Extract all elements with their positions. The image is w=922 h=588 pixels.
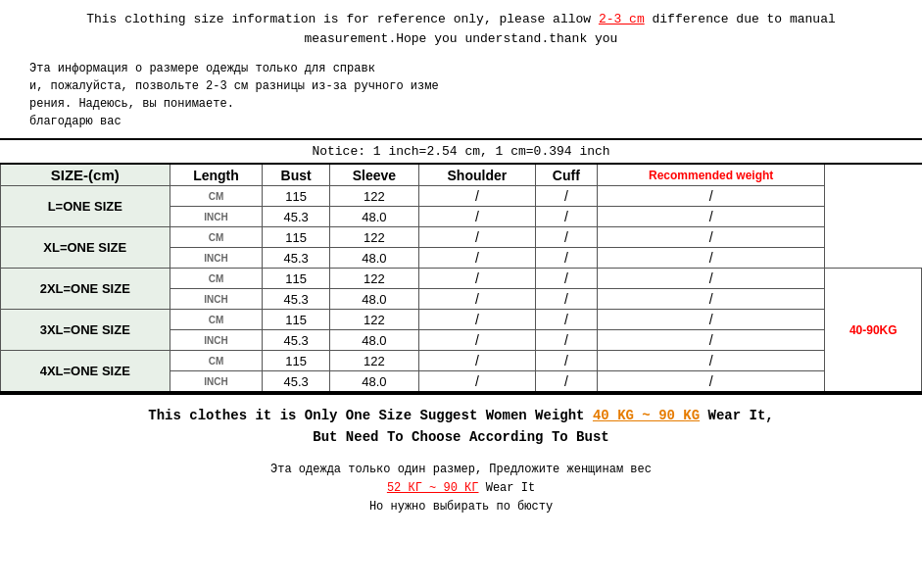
unit-inch: INCH xyxy=(170,248,263,269)
shoulder-inch: / xyxy=(535,371,597,393)
length-cm: 115 xyxy=(263,310,329,330)
length-inch: 45.3 xyxy=(263,248,329,269)
cuff-inch: / xyxy=(597,248,825,269)
sleeve-inch: / xyxy=(418,248,535,269)
cuff-inch: / xyxy=(597,330,825,351)
russian-line3: рения. Надеюсь, вы понимаете. xyxy=(29,97,234,111)
size-cell: L=ONE SIZE xyxy=(1,186,170,227)
length-cm: 115 xyxy=(263,227,329,248)
size-cell: XL=ONE SIZE xyxy=(1,227,170,269)
cuff-cm: / xyxy=(597,269,825,289)
bust-cm: 122 xyxy=(329,310,418,330)
length-inch: 45.3 xyxy=(263,330,329,351)
conversion-text: Notice: 1 inch=2.54 cm, 1 cm=0.394 inch xyxy=(312,144,609,159)
sleeve-inch: / xyxy=(418,330,535,351)
unit-inch: INCH xyxy=(170,330,263,351)
header-cuff: Cuff xyxy=(535,164,597,186)
bottom-notice: This clothes it is Only One Size Suggest… xyxy=(0,393,922,455)
cuff-inch: / xyxy=(597,289,825,310)
bottom-orange-text: 40 KG ~ 90 KG xyxy=(593,408,700,423)
cuff-inch: / xyxy=(597,371,825,393)
russian-line1: Эта информация о размере одежды только д… xyxy=(29,62,375,75)
unit-cm: CM xyxy=(170,351,263,371)
russian-line4: благодарю вас xyxy=(29,115,121,128)
size-cell: 3XL=ONE SIZE xyxy=(1,310,170,351)
notice-red-text: 2-3 cm xyxy=(599,12,645,26)
bottom-line2: But Need To Choose According To Bust xyxy=(313,429,608,445)
header-sleeve: Sleeve xyxy=(329,164,418,186)
cuff-cm: / xyxy=(597,227,825,248)
sleeve-inch: / xyxy=(418,207,535,227)
size-cell: 2XL=ONE SIZE xyxy=(1,269,170,310)
bust-inch: 48.0 xyxy=(329,289,418,310)
unit-inch: INCH xyxy=(170,207,263,227)
bust-inch: 48.0 xyxy=(329,207,418,227)
size-table: SIZE-(cm) Length Bust Sleeve Shoulder Cu… xyxy=(0,163,922,393)
cuff-inch: / xyxy=(597,207,825,227)
sleeve-cm: / xyxy=(418,186,535,207)
length-cm: 115 xyxy=(263,351,329,371)
shoulder-inch: / xyxy=(535,248,597,269)
shoulder-cm: / xyxy=(535,269,597,289)
cuff-cm: / xyxy=(597,310,825,330)
unit-cm: CM xyxy=(170,269,263,289)
russian-line2: и, пожалуйста, позвольте 2-3 см разницы … xyxy=(29,79,439,93)
length-cm: 115 xyxy=(263,269,329,289)
shoulder-inch: / xyxy=(535,330,597,351)
table-row: 2XL=ONE SIZECM115122///40-90KG xyxy=(1,269,922,289)
cuff-cm: / xyxy=(597,186,825,207)
bottom-russian-line1: Эта одежда только один размер, Предложит… xyxy=(270,463,652,476)
bottom-russian-line3: Но нужно выбирать по бюсту xyxy=(369,500,553,514)
header-bust: Bust xyxy=(263,164,329,186)
shoulder-cm: / xyxy=(535,351,597,371)
table-row: L=ONE SIZECM115122/// xyxy=(1,186,922,207)
top-notice: This clothing size information is for re… xyxy=(0,0,922,54)
sleeve-cm: / xyxy=(418,227,535,248)
cuff-cm: / xyxy=(597,351,825,371)
length-inch: 45.3 xyxy=(263,207,329,227)
bottom-line1-after: Wear It, xyxy=(700,408,774,423)
recommended-cell: 40-90KG xyxy=(825,269,922,393)
sleeve-cm: / xyxy=(418,351,535,371)
bust-cm: 122 xyxy=(329,269,418,289)
length-inch: 45.3 xyxy=(263,371,329,393)
length-inch: 45.3 xyxy=(263,289,329,310)
shoulder-inch: / xyxy=(535,289,597,310)
bottom-line1-before: This clothes it is Only One Size Suggest… xyxy=(148,408,593,423)
unit-cm: CM xyxy=(170,186,263,207)
bottom-russian-red: 52 КГ ~ 90 КГ xyxy=(387,481,479,495)
shoulder-cm: / xyxy=(535,186,597,207)
header-recommended: Recommended weight xyxy=(597,164,825,186)
bust-cm: 122 xyxy=(329,186,418,207)
bust-inch: 48.0 xyxy=(329,248,418,269)
bust-cm: 122 xyxy=(329,351,418,371)
unit-cm: CM xyxy=(170,227,263,248)
size-cell: 4XL=ONE SIZE xyxy=(1,351,170,393)
bottom-russian: Эта одежда только один размер, Предложит… xyxy=(0,455,922,527)
notice-text-before: This clothing size information is for re… xyxy=(86,12,599,26)
bust-inch: 48.0 xyxy=(329,330,418,351)
table-row: 4XL=ONE SIZECM115122/// xyxy=(1,351,922,371)
sleeve-inch: / xyxy=(418,371,535,393)
shoulder-inch: / xyxy=(535,207,597,227)
shoulder-cm: / xyxy=(535,310,597,330)
unit-inch: INCH xyxy=(170,289,263,310)
bust-cm: 122 xyxy=(329,227,418,248)
header-length: Length xyxy=(170,164,263,186)
shoulder-cm: / xyxy=(535,227,597,248)
unit-inch: INCH xyxy=(170,371,263,393)
sleeve-inch: / xyxy=(418,289,535,310)
bottom-russian-line2-after: Wear It xyxy=(479,481,536,495)
table-row: 3XL=ONE SIZECM115122/// xyxy=(1,310,922,330)
header-size: SIZE-(cm) xyxy=(1,164,170,186)
unit-cm: CM xyxy=(170,310,263,330)
russian-notice: Эта информация о размере одежды только д… xyxy=(0,54,922,138)
table-row: XL=ONE SIZECM115122/// xyxy=(1,227,922,248)
length-cm: 115 xyxy=(263,186,329,207)
sleeve-cm: / xyxy=(418,269,535,289)
header-shoulder: Shoulder xyxy=(418,164,535,186)
sleeve-cm: / xyxy=(418,310,535,330)
conversion-notice: Notice: 1 inch=2.54 cm, 1 cm=0.394 inch xyxy=(0,138,922,163)
bust-inch: 48.0 xyxy=(329,371,418,393)
